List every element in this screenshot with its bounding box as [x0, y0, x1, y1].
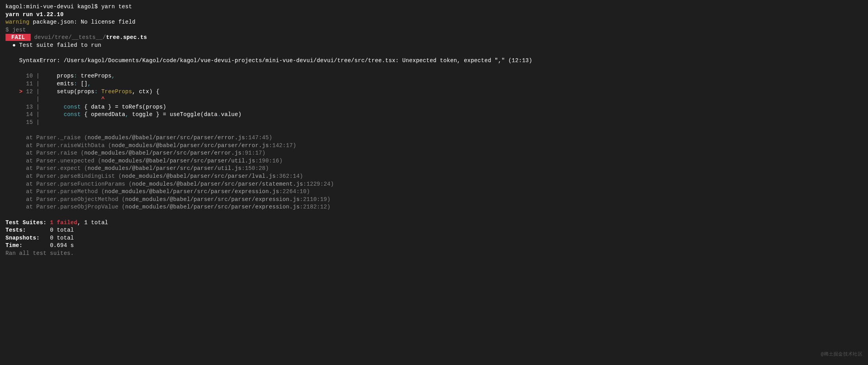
code-line-14: 14 | const { openedData, toggle } = useT…: [6, 111, 862, 119]
jest-command: $ jest: [6, 26, 862, 34]
fail-badge: FAIL: [6, 34, 31, 41]
fail-line: FAIL devui/tree/__tests__/tree.spec.ts: [6, 34, 862, 42]
code-caret-line: | ^: [6, 96, 862, 103]
warning-message: package.json: No license field: [29, 19, 136, 25]
code-line-15: 15 |: [6, 119, 862, 127]
stack-line: at Parser.parseFunctionParams (node_modu…: [6, 181, 862, 188]
stack-line: at Parser._raise (node_modules/@babel/pa…: [6, 134, 862, 142]
prompt-line: kagol:mini-vue-devui kagol$ yarn test: [6, 3, 862, 11]
warning-line: warning package.json: No license field: [6, 18, 862, 26]
blank-line-4: [6, 211, 862, 219]
summary-suites: Test Suites: 1 failed, 1 total: [6, 219, 862, 227]
stack-line: at Parser.parseObjectMethod (node_module…: [6, 196, 862, 204]
stack-line: at Parser.raiseWithData (node_modules/@b…: [6, 142, 862, 150]
syntax-error-line: SyntaxError: /Users/kagol/Documents/Kago…: [6, 57, 862, 65]
stack-trace: at Parser._raise (node_modules/@babel/pa…: [6, 134, 862, 211]
summary-snapshots: Snapshots: 0 total: [6, 234, 862, 242]
stack-line: at Parser.parseBindingList (node_modules…: [6, 173, 862, 181]
code-line-10: 10 | props: treeProps,: [6, 72, 862, 80]
stack-line: at Parser.unexpected (node_modules/@babe…: [6, 157, 862, 165]
summary-time: Time: 0.694 s: [6, 242, 862, 250]
suite-fail-line: ● Test suite failed to run: [6, 42, 862, 50]
stack-line: at Parser.expect (node_modules/@babel/pa…: [6, 165, 862, 173]
suite-fail-bullet: ●: [6, 42, 19, 48]
code-line-12: > 12 | setup(props: TreeProps, ctx) {: [6, 88, 862, 96]
suite-fail-msg: Test suite failed to run: [19, 42, 101, 48]
code-line-11: 11 | emits: [],: [6, 80, 862, 88]
code-line-13: 13 | const { data } = toRefs(props): [6, 103, 862, 111]
stack-line: at Parser.parseObjPropValue (node_module…: [6, 203, 862, 211]
stack-line: at Parser.parseMethod (node_modules/@bab…: [6, 188, 862, 196]
blank-line: [6, 50, 862, 57]
summary-tests: Tests: 0 total: [6, 227, 862, 234]
test-path-file: tree.spec.ts: [106, 34, 147, 41]
test-path-prefix: devui/tree/__tests__/: [31, 34, 106, 41]
summary-ran: Ran all test suites.: [6, 250, 862, 258]
yarn-run-line: yarn run v1.22.10: [6, 11, 862, 19]
warning-label: warning: [6, 19, 29, 25]
prompt-user-host: kagol:mini-vue-devui kagol$: [6, 4, 101, 10]
prompt-command: yarn test: [101, 4, 132, 10]
stack-line: at Parser.raise (node_modules/@babel/par…: [6, 149, 862, 157]
blank-line-2: [6, 65, 862, 73]
blank-line-3: [6, 127, 862, 135]
